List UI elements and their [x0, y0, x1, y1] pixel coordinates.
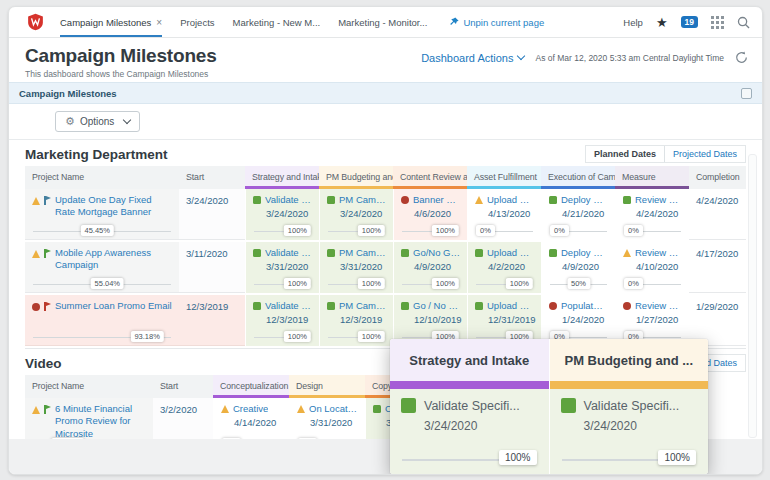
progress-bar: 100% [402, 337, 459, 338]
vertical-scrollbar[interactable] [748, 154, 757, 438]
projected-dates-link[interactable]: Projected Dates [664, 146, 745, 162]
column-header-pm-budgeting-and: PM Budgeting and ... [319, 166, 393, 189]
progress-bar: 50% [550, 284, 607, 285]
page-header: Campaign Milestones This dashboard shows… [9, 38, 762, 82]
milestone-date: 12/10/2019 [414, 314, 460, 325]
milestone-status-icon [253, 302, 261, 310]
project-status-icon [32, 250, 40, 258]
planned-dates-toggle[interactable]: Planned Dates [586, 146, 664, 162]
milestone-link[interactable]: Deploy Banner [561, 247, 608, 258]
milestone-link[interactable]: Review Click Th... [635, 247, 682, 258]
notification-badge[interactable]: 19 [681, 16, 698, 29]
progress-bar: 0% [624, 284, 681, 285]
milestone-date: 12/31/2019 [488, 314, 534, 325]
milestone-status-icon [327, 302, 335, 310]
progress-bar: 0% [550, 231, 607, 232]
milestone-status-icon [549, 249, 557, 257]
milestone-link[interactable]: Upload Final Co... [487, 194, 534, 205]
date-mode-toggle: Planned DatesProjected Dates [585, 145, 746, 163]
unpin-current-page-link[interactable]: Unpin current page [449, 17, 544, 28]
overlay-accent-bar [550, 381, 709, 389]
milestone-status-icon [623, 196, 631, 204]
pin-icon [449, 17, 459, 27]
search-icon[interactable] [737, 16, 750, 29]
milestone-link[interactable]: Validate Specifi... [265, 194, 312, 205]
milestone-cell: PM Campaign P...12/3/2019100% [319, 295, 393, 346]
column-header-design: Design [289, 375, 365, 398]
start-date: 3/24/2020 [186, 194, 238, 206]
milestone-date: 4/2/2020 [488, 261, 534, 272]
milestone-link[interactable]: Populate Lists i... [561, 300, 608, 311]
milestone-link[interactable]: Deploy Banner [561, 194, 608, 205]
table-row: Mobile App Awareness Campaign55.04%3/11/… [25, 242, 746, 295]
milestone-date: 12/3/2019 [266, 314, 312, 325]
progress-bar: 100% [254, 337, 311, 338]
progress-badge: 50% [567, 278, 590, 289]
project-link[interactable]: Update One Day Fixed Rate Mortgage Banne… [55, 194, 172, 219]
milestone-name: Validate Specifi... [424, 399, 520, 413]
milestone-date: 1/24/2020 [562, 314, 608, 325]
refresh-icon[interactable] [735, 51, 748, 64]
milestone-link[interactable]: PM Campaign P... [339, 247, 386, 258]
top-navigation-bar: Campaign Milestones×ProjectsMarketing - … [9, 7, 762, 38]
milestone-link[interactable]: Banner Go / No... [413, 194, 460, 205]
progress-bar: 100% [476, 337, 533, 338]
project-link[interactable]: 6 Minute Financial Promo Review for Micr… [55, 403, 146, 440]
start-cell: 3/11/2020 [179, 242, 245, 293]
milestone-link[interactable]: Creative [233, 403, 268, 414]
milestone-link[interactable]: Upload Final Co... [487, 300, 534, 311]
progress-bar: 100% [402, 231, 459, 232]
milestone-link[interactable]: Upload asset [487, 247, 534, 258]
progress-badge: 100% [358, 278, 385, 289]
milestone-link[interactable]: PM Campaign P... [339, 300, 386, 311]
milestone-link[interactable]: PM Campaign P... [339, 194, 386, 205]
completion-date: 1/29/2020 [696, 300, 739, 312]
column-header-start: Start [153, 375, 213, 398]
milestone-link[interactable]: Validate Specifi... [265, 247, 312, 258]
milestone-link[interactable]: Go/No Go Bann... [413, 247, 460, 258]
project-link[interactable]: Mobile App Awareness Campaign [55, 247, 172, 272]
tab-campaign-milestones[interactable]: Campaign Milestones× [60, 7, 162, 37]
milestone-status-icon [549, 302, 557, 310]
progress-bar: 93.18% [33, 337, 171, 338]
milestone-status-icon [373, 405, 381, 413]
completion-date: 4/24/2020 [696, 194, 739, 206]
project-flag-icon [43, 302, 51, 311]
milestone-link[interactable]: On Location Vi... [309, 403, 358, 414]
favorites-star-icon[interactable]: ★ [656, 16, 668, 29]
tab-marketing-monitor[interactable]: Marketing - Monitor... [338, 7, 427, 37]
dashboard-actions-menu[interactable]: Dashboard Actions [421, 52, 524, 64]
column-header-start: Start [179, 166, 245, 189]
progress-bar: 0% [624, 337, 681, 338]
table-header-row: Project NameStartStrategy and IntakePM B… [25, 166, 746, 189]
milestone-date: 4/6/2020 [414, 208, 460, 219]
progress-badge: 0% [624, 225, 643, 236]
milestone-cell: Banner Go / No...4/6/2020100% [393, 189, 467, 240]
progress-badge: 55.04% [91, 278, 124, 289]
milestone-link[interactable]: Review success [635, 300, 682, 311]
app-grid-icon[interactable] [711, 16, 724, 29]
milestone-date: 3/31/2020 [310, 417, 358, 428]
options-button[interactable]: ⚙ Options [55, 111, 140, 132]
milestone-link[interactable]: Validate Specifi... [265, 300, 312, 311]
tab-close-icon[interactable]: × [156, 17, 162, 28]
milestone-status-icon [549, 196, 557, 204]
milestone-cell: Go/No Go Bann...4/9/2020100% [393, 242, 467, 293]
milestone-link[interactable]: Review Click-th... [635, 194, 682, 205]
workfront-logo-icon[interactable] [27, 13, 44, 31]
tab-projects[interactable]: Projects [180, 7, 214, 37]
progress-badge: 100% [358, 225, 385, 236]
start-date: 3/11/2020 [186, 247, 238, 259]
overlay-milestone-cell: Validate Specifi...3/24/2020100% [550, 389, 709, 474]
tab-marketing-new-m[interactable]: Marketing - New M... [233, 7, 321, 37]
tab-label: Projects [180, 17, 214, 28]
milestone-link[interactable]: Go / No Go Cre... [413, 300, 460, 311]
progress-bar: 100% [328, 337, 385, 338]
milestone-status-icon [401, 302, 409, 310]
overlay-milestone-cell: Validate Specifi...3/24/2020100% [390, 389, 549, 474]
milestone-status-icon [297, 405, 305, 413]
panel-collapse-icon[interactable] [741, 88, 752, 99]
overlay-column-strategy-and-intake: Strategy and IntakeValidate Specifi...3/… [390, 339, 549, 474]
project-link[interactable]: Summer Loan Promo Email [55, 300, 172, 312]
help-link[interactable]: Help [623, 17, 643, 28]
